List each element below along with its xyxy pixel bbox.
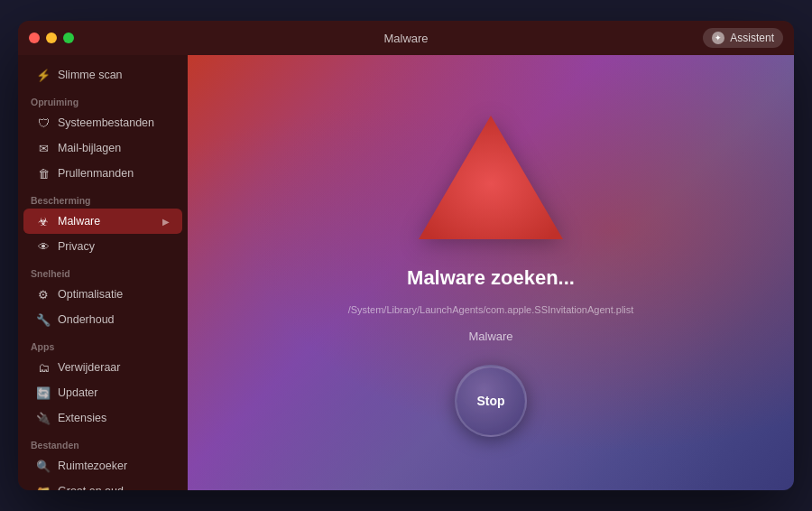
sidebar-item-ruimtezoeker[interactable]: 🔍 Ruimtezoeker bbox=[23, 453, 182, 478]
status-text: Malware zoeken... bbox=[407, 266, 575, 290]
assistant-icon: ✦ bbox=[712, 32, 724, 44]
sidebar-item-label: Ruimtezoeker bbox=[58, 460, 127, 472]
sidebar-item-prullenmanden[interactable]: 🗑 Prullenmanden bbox=[23, 161, 182, 186]
sidebar-item-verwijderaar[interactable]: 🗂 Verwijderaar bbox=[23, 355, 182, 380]
sidebar-item-label: Systeembestanden bbox=[58, 116, 154, 129]
stop-button[interactable]: Stop bbox=[455, 365, 527, 437]
svg-marker-1 bbox=[419, 116, 563, 239]
malware-icon: ☣ bbox=[36, 214, 51, 228]
close-button[interactable] bbox=[29, 33, 40, 43]
sidebar-item-mail-bijlagen[interactable]: ✉ Mail-bijlagen bbox=[23, 135, 182, 161]
section-label-opruiming: Opruiming bbox=[18, 88, 188, 110]
sidebar-item-privacy[interactable]: 👁 Privacy bbox=[23, 234, 182, 259]
sidebar-item-label: Groot en oud bbox=[58, 485, 124, 490]
app-window: Malware ✦ Assistent ⚡ Slimme scan Opruim… bbox=[18, 21, 794, 490]
sidebar-item-label: Extensies bbox=[58, 412, 106, 424]
scan-label: Malware bbox=[468, 330, 512, 343]
sidebar-item-label: Updater bbox=[58, 386, 97, 399]
assistant-label: Assistent bbox=[730, 32, 774, 44]
privacy-icon: 👁 bbox=[36, 239, 51, 254]
main-content: Malware zoeken... /System/Library/Launch… bbox=[188, 55, 794, 490]
sidebar-item-updater[interactable]: 🔄 Updater bbox=[23, 380, 182, 405]
sidebar-item-label: Onderhoud bbox=[58, 313, 115, 326]
minimize-button[interactable] bbox=[46, 33, 57, 43]
sidebar-item-systeembestanden[interactable]: 🛡 Systeembestanden bbox=[23, 110, 182, 135]
sidebar-item-groot-en-oud[interactable]: 📁 Groot en oud bbox=[23, 478, 182, 490]
sidebar-item-onderhoud[interactable]: 🔧 Onderhoud bbox=[23, 307, 182, 332]
sidebar: ⚡ Slimme scan Opruiming 🛡 Systeembestand… bbox=[18, 55, 188, 490]
section-label-apps: Apps bbox=[18, 332, 188, 355]
sidebar-item-slimme-scan[interactable]: ⚡ Slimme scan bbox=[23, 62, 182, 88]
slimme-scan-icon: ⚡ bbox=[36, 68, 51, 82]
sidebar-item-label: Verwijderaar bbox=[58, 361, 120, 374]
section-label-snelheid: Snelheid bbox=[18, 259, 188, 282]
sidebar-item-label: Slimme scan bbox=[58, 69, 123, 81]
groot-en-oud-icon: 📁 bbox=[36, 484, 51, 490]
sidebar-item-label: Privacy bbox=[58, 240, 95, 253]
traffic-lights bbox=[29, 33, 74, 43]
stop-button-label: Stop bbox=[476, 394, 504, 408]
window-title: Malware bbox=[383, 32, 428, 45]
sidebar-item-label: Prullenmanden bbox=[58, 167, 134, 180]
sidebar-item-label: Malware bbox=[58, 215, 100, 228]
malware-icon-container bbox=[414, 108, 567, 252]
sidebar-item-malware[interactable]: ☣ Malware ▶ bbox=[23, 209, 182, 234]
biohazard-triangle-icon bbox=[414, 108, 567, 248]
maximize-button[interactable] bbox=[63, 33, 74, 43]
content-area: ⚡ Slimme scan Opruiming 🛡 Systeembestand… bbox=[18, 55, 794, 490]
mail-bijlagen-icon: ✉ bbox=[36, 141, 51, 155]
active-arrow-icon: ▶ bbox=[162, 217, 170, 227]
sidebar-item-label: Mail-bijlagen bbox=[58, 142, 121, 154]
onderhoud-icon: 🔧 bbox=[36, 312, 51, 327]
optimalisatie-icon: ⚙ bbox=[36, 287, 51, 302]
titlebar: Malware ✦ Assistent bbox=[18, 21, 794, 55]
sidebar-item-extensies[interactable]: 🔌 Extensies bbox=[23, 405, 182, 431]
sidebar-item-label: Optimalisatie bbox=[58, 288, 123, 301]
systeembestanden-icon: 🛡 bbox=[36, 116, 51, 130]
updater-icon: 🔄 bbox=[36, 386, 51, 400]
ruimtezoeker-icon: 🔍 bbox=[36, 459, 51, 473]
section-label-bestanden: Bestanden bbox=[18, 431, 188, 453]
prullenmanden-icon: 🗑 bbox=[36, 166, 51, 181]
sidebar-item-optimalisatie[interactable]: ⚙ Optimalisatie bbox=[23, 282, 182, 307]
file-path: /System/Library/LaunchAgents/com.apple.S… bbox=[348, 304, 634, 315]
verwijderaar-icon: 🗂 bbox=[36, 360, 51, 375]
section-label-bescherming: Bescherming bbox=[18, 186, 188, 209]
extensies-icon: 🔌 bbox=[36, 411, 51, 425]
assistant-button[interactable]: ✦ Assistent bbox=[703, 28, 783, 48]
